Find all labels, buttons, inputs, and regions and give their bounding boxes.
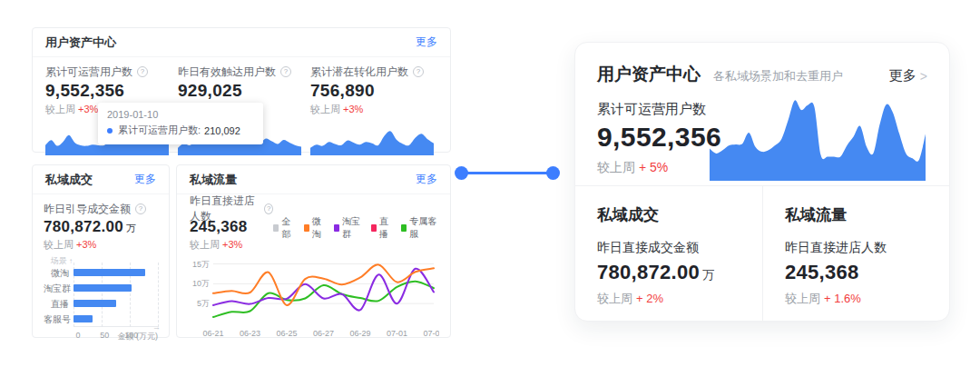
axis-up-arrow-icon: ↑ [69,257,73,265]
help-icon[interactable]: ? [264,203,273,214]
legend-item-all[interactable]: 全部 [273,204,295,251]
bar-x-axis-label: 金额 (万元) [118,331,159,342]
help-icon[interactable]: ? [135,203,146,214]
card-title: 私域成交 [45,172,93,188]
legend-item-exclusive-service[interactable]: 专属客服 [401,204,437,251]
detail-card-subtitle: 各私域场景加和去重用户 [713,68,889,84]
svg-text:06-21: 06-21 [202,329,223,338]
section-unit: 万 [702,268,714,282]
section-title: 私域流量 [785,204,927,225]
private-traffic-card: 私域流量 更多 昨日直接进店人数 ? 245,368 较上周+3% [176,164,451,338]
traffic-trend-line-chart[interactable]: 5万10万15万06-2106-2306-2506-2706-2907-0107… [190,251,439,340]
more-link[interactable]: 更多 [134,172,156,187]
help-icon[interactable]: ? [137,66,148,77]
svg-text:06-25: 06-25 [276,329,297,338]
metric-unit: 万 [126,223,136,233]
more-link[interactable]: 更多 [416,35,437,50]
chart-tooltip: 2019-01-10 累计可运营用户数: 210,092 [98,103,263,144]
scene-amount-bar-chart[interactable]: 场景↑微淘淘宝群直播客服号→050100金额 (万元) [44,255,158,342]
section-private-traffic: 私域流量 昨日直接进店人数 245,368 较上周+ 1.6% [762,186,949,321]
private-domain-dashboard: 用户资产中心 更多 累计可运营用户数 ? 9,552,356 较上周+3% 昨日… [0,0,980,367]
svg-text:06-27: 06-27 [313,329,334,338]
detail-card-header: 用户资产中心 各私域场景加和去重用户 更多 > [575,43,949,86]
section-delta: 较上周+ 1.6% [785,291,927,307]
metric-delta: 较上周+3% [190,238,273,251]
bar-category-label: 微淘 [44,265,69,281]
legend-swatch-icon [304,224,309,232]
svg-text:07-01: 07-01 [387,329,407,338]
metric-store-visitors: 昨日直接进店人数 ? 245,368 较上周+3% [190,202,273,251]
section-delta: 较上周+ 2% [597,291,740,307]
section-value: 780,872.00万 [597,261,740,284]
section-private-deal: 私域成交 昨日直接成交金额 780,872.00万 较上周+ 2% [575,186,762,321]
legend-item-live[interactable]: 直播 [371,204,393,251]
bar[interactable] [74,269,145,276]
section-label: 昨日直接进店人数 [785,240,927,256]
sparkline-potential-users-chart[interactable] [310,119,434,155]
svg-text:5万: 5万 [197,299,210,308]
card-title: 用户资产中心 [45,35,116,51]
svg-text:15万: 15万 [192,260,210,269]
card-header: 用户资产中心 更多 [33,28,450,57]
legend-swatch-icon [401,224,407,232]
private-deal-card: 私域成交 更多 昨日引导成交金额 ? 780,872.00万 较上周+3% 场景… [32,164,170,338]
legend-item-weitao[interactable]: 微淘 [304,204,326,251]
section-value: 245,368 [785,261,927,284]
tooltip-date: 2019-01-10 [107,109,254,120]
metric-value: 245,368 [190,218,273,236]
axis-tick-label: 0 [75,331,80,340]
legend-swatch-icon [273,224,279,232]
metric-value: 929,025 [178,81,301,101]
metric-label: 累计潜在转化用户数 [310,64,408,80]
series-dot-icon [107,128,113,134]
tooltip-value: 210,092 [204,125,240,136]
bar-category-label: 淘宝群 [44,281,69,296]
tooltip-label: 累计可运营用户数: [118,124,201,137]
legend-swatch-icon [334,224,339,232]
svg-text:06-23: 06-23 [240,329,260,338]
metric-label: 累计可运营用户数 [45,64,132,80]
bar[interactable] [74,284,132,292]
user-asset-detail-card: 用户资产中心 各私域场景加和去重用户 更多 > 累计可运营用户数 9,552,3… [574,42,950,322]
svg-text:07-03: 07-03 [423,329,439,338]
metric-value: 9,552,356 [45,81,169,101]
detail-card-title: 用户资产中心 [597,63,701,86]
detail-bottom-sections: 私域成交 昨日直接成交金额 780,872.00万 较上周+ 2% 私域流量 昨… [575,185,949,321]
bar-category-label: 客服号 [44,312,69,327]
metric-delta: 较上周+3% [44,238,158,251]
bar-category-label: 直播 [44,296,69,312]
help-icon[interactable]: ? [413,66,424,77]
card-header: 私域成交 更多 [33,165,169,194]
card-title: 私域流量 [190,172,237,188]
card-body: 昨日引导成交金额 ? 780,872.00万 较上周+3% 场景↑微淘淘宝群直播… [33,194,169,342]
connector-line [466,172,548,174]
legend-item-taobao-group[interactable]: 淘宝群 [334,204,363,251]
connector-dot-icon [546,166,560,180]
more-link[interactable]: 更多 [416,172,437,187]
chart-legend: 全部 微淘 淘宝群 直播 [273,204,437,251]
bar[interactable] [74,315,93,322]
section-label: 昨日直接成交金额 [597,240,740,256]
user-asset-overview-card: 用户资产中心 更多 累计可运营用户数 ? 9,552,356 较上周+3% 昨日… [32,27,451,153]
help-icon[interactable]: ? [280,66,291,77]
zoom-connector [455,165,560,180]
metric-value: 756,890 [310,81,434,101]
detail-area-chart[interactable] [710,94,926,181]
section-title: 私域成交 [597,204,740,225]
metric-potential-users: 累计潜在转化用户数 ? 756,890 较上周+3% [310,64,443,155]
metric-label: 昨日引导成交金额 [44,202,131,217]
more-link[interactable]: 更多 > [889,67,927,84]
metric-delta: 较上周+3% [310,103,434,115]
svg-text:06-29: 06-29 [349,329,370,338]
chevron-right-icon: > [920,69,927,84]
card-body: 昨日直接进店人数 ? 245,368 较上周+3% 全部 微淘 [177,194,450,340]
bar-y-axis-label: 场景↑ [51,255,158,265]
metric-label: 昨日有效触达用户数 [178,64,276,80]
bar[interactable] [74,300,116,307]
legend-swatch-icon [371,224,377,232]
card-header: 私域流量 更多 [177,165,450,194]
metric-value: 780,872.00万 [44,218,158,236]
svg-text:10万: 10万 [192,279,210,288]
axis-tick-label: 50 [100,331,109,340]
